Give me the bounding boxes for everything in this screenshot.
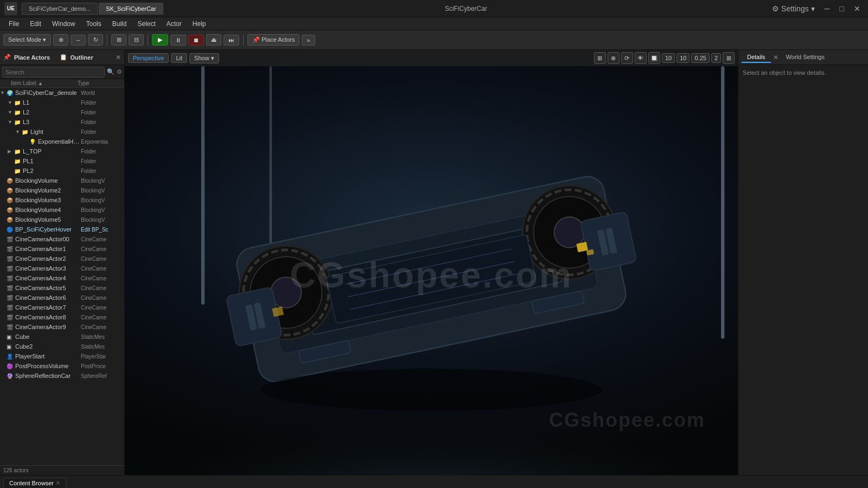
vp-move-icon[interactable]: ⊕ (608, 52, 620, 64)
menu-select[interactable]: Select (133, 19, 159, 29)
tree-row-8[interactable]: 📁 PL2 Folder (0, 166, 124, 176)
menu-help[interactable]: Help (188, 19, 210, 29)
content-browser-close[interactable]: ✕ (56, 480, 60, 486)
tree-row-postprocess[interactable]: 🟣PostProcessVolumePostProce (0, 361, 124, 371)
transform2-button[interactable]: ↔ (71, 35, 86, 46)
viewport[interactable]: Perspective Lit Show ▾ ⊞ ⊕ ⟳ 👁 🔲 10 10 0… (125, 50, 738, 475)
col-type: Type (78, 80, 121, 86)
label-0: SciFiCyberCar_demole (15, 89, 81, 96)
tree-row-cine4[interactable]: 🎬CineCameraActor4CineCame (0, 273, 124, 283)
tree-row-cine1[interactable]: 🎬CineCameraActor1CineCame (0, 244, 124, 254)
stop-button[interactable]: ⏹ (188, 35, 204, 46)
tree-row-cine7[interactable]: 🎬CineCameraActor7CineCame (0, 303, 124, 312)
tree-row-cine6[interactable]: 🎬CineCameraActor6CineCame (0, 293, 124, 303)
mode-btn1[interactable]: ⊞ (111, 34, 126, 46)
next-button[interactable]: ⏭ (224, 35, 239, 46)
mode-btn2[interactable]: ⊟ (129, 34, 144, 46)
label-1: L1 (23, 99, 81, 106)
tree-row-cine8[interactable]: 🎬CineCameraActor8CineCame (0, 312, 124, 322)
arrow-4: ▼ (15, 129, 22, 134)
svg-point-45 (261, 369, 602, 412)
vp-lit-button[interactable]: Lit (171, 53, 187, 63)
vp-frame-icon[interactable]: 🔲 (648, 52, 660, 64)
tree-row-6[interactable]: ▶ 📁 L_TOP Folder (0, 146, 124, 156)
menu-actor[interactable]: Actor (162, 19, 186, 29)
tree-row-2[interactable]: ▼ 📁 L2 Folder (0, 107, 124, 117)
menu-build[interactable]: Build (108, 19, 131, 29)
tree-row-sphere[interactable]: 🔮SphereReflectionCarSphereRef (0, 371, 124, 381)
close-button[interactable]: ✕ (851, 3, 864, 14)
tree-row-4[interactable]: ▼ 📁 Light Folder (0, 127, 124, 137)
outliner-close[interactable]: ✕ (116, 54, 121, 61)
tab-asset[interactable]: SK_SciFiCyberCar (99, 3, 163, 15)
tab-scene[interactable]: SciFiCyberCar_demo... (22, 3, 98, 15)
vp-rotate-icon[interactable]: ⟳ (621, 52, 633, 64)
outliner-header: 📌 Place Actors 📋 Outliner ✕ (0, 50, 124, 65)
content-browser-tab[interactable]: Content Browser ✕ (3, 478, 66, 489)
titlebar: UE SciFiCyberCar_demo... SK_SciFiCyberCa… (0, 0, 868, 17)
tree-row-12[interactable]: 📦BlockingVolume4BlockingV (0, 205, 124, 215)
menu-file[interactable]: File (4, 19, 23, 29)
details-content: Select an object to view details. (738, 65, 868, 475)
outliner-filter-icon[interactable]: ⚙ (117, 68, 122, 75)
tree-row-10[interactable]: 📦BlockingVolume2BlockingV (0, 185, 124, 195)
place-actors-button[interactable]: 📌 Place Actors (247, 34, 299, 46)
titlebar-left: UE SciFiCyberCar_demo... SK_SciFiCyberCa… (4, 2, 163, 15)
tree-row-11[interactable]: 📦BlockingVolume3BlockingV (0, 195, 124, 205)
icon-2: 📁 (14, 110, 23, 115)
tree-row-9[interactable]: 📦BlockingVolumeBlockingV (0, 176, 124, 185)
outliner-panel: 📌 Place Actors 📋 Outliner ✕ 🔍 ⚙ Item Lab… (0, 50, 125, 475)
tree-row-0[interactable]: ▼ 🌍 SciFiCyberCar_demole World (0, 88, 124, 98)
tree-row-cine3[interactable]: 🎬CineCameraActor3CineCame (0, 264, 124, 273)
pause-button[interactable]: ⏸ (170, 35, 186, 46)
outliner-tab[interactable]: Outliner (71, 54, 113, 61)
vp-scale-size[interactable]: 0.25 (691, 53, 709, 63)
transform-button[interactable]: ⊕ (53, 34, 68, 46)
menu-tools[interactable]: Tools (82, 19, 106, 29)
tree-row-cube[interactable]: ▣CubeStaticMes (0, 332, 124, 342)
menu-edit[interactable]: Edit (25, 19, 46, 29)
icon-1: 📁 (14, 100, 23, 106)
vp-layout-icon[interactable]: ⊞ (723, 52, 735, 64)
outliner-search-icon[interactable]: 🔍 (107, 68, 114, 75)
outliner-column-header: Item Label ▲ Type (0, 79, 124, 88)
vp-camera-speed[interactable]: 2 (711, 53, 721, 63)
tree-row-1[interactable]: ▼ 📁 L1 Folder (0, 98, 124, 107)
select-mode-button[interactable]: Select Mode ▾ (3, 34, 51, 46)
minimize-button[interactable]: ─ (821, 3, 833, 14)
vp-perspective-button[interactable]: Perspective (128, 53, 169, 63)
tree-row-cube2[interactable]: ▣Cube2StaticMes (0, 342, 124, 351)
place-actors-tab[interactable]: Place Actors (14, 54, 56, 61)
separator2 (148, 35, 148, 46)
menu-window[interactable]: Window (48, 19, 80, 29)
type-2: Folder (81, 110, 124, 115)
maximize-button[interactable]: □ (837, 3, 847, 14)
details-close[interactable]: ✕ (773, 54, 778, 61)
eject-button[interactable]: ⏏ (206, 34, 221, 46)
more-button[interactable]: » (302, 35, 315, 46)
tree-row-5[interactable]: 💡 ExponentialHeight Exponentia (0, 137, 124, 146)
transform3-button[interactable]: ↻ (88, 34, 103, 46)
vp-show-button[interactable]: Show ▾ (189, 53, 219, 63)
main-toolbar: Select Mode ▾ ⊕ ↔ ↻ ⊞ ⊟ ▶ ⏸ ⏹ ⏏ ⏭ 📌 Plac… (0, 30, 868, 50)
vp-view-icon[interactable]: 👁 (635, 52, 647, 64)
details-tab[interactable]: Details (742, 52, 771, 63)
tree-row-cine2[interactable]: 🎬CineCameraActor2CineCame (0, 254, 124, 264)
vp-grid-icon[interactable]: ⊞ (594, 52, 606, 64)
tree-row-cine0[interactable]: 🎬CineCameraActor00CineCame (0, 234, 124, 244)
tree-row-bp[interactable]: 🔵BP_SciFiCyberHoverEdit BP_Sc (0, 224, 124, 234)
type-1: Folder (81, 100, 124, 106)
viewport-toolbar: Perspective Lit Show ▾ ⊞ ⊕ ⟳ 👁 🔲 10 10 0… (125, 50, 738, 66)
tree-row-7[interactable]: 📁 PL1 Folder (0, 156, 124, 166)
settings-button[interactable]: ⚙ Settings ▾ (769, 3, 818, 14)
outliner-search-input[interactable] (2, 67, 105, 78)
world-settings-tab[interactable]: World Settings (781, 52, 830, 63)
tree-row-3[interactable]: ▼ 📁 L3 Folder (0, 117, 124, 127)
vp-grid-size[interactable]: 10 (662, 53, 675, 63)
tree-row-player[interactable]: 👤PlayerStartPlayerStar (0, 351, 124, 361)
play-button[interactable]: ▶ (152, 34, 168, 46)
tree-row-13[interactable]: 📦BlockingVolume5BlockingV (0, 215, 124, 224)
vp-rotation-size[interactable]: 10 (676, 53, 690, 63)
tree-row-cine5[interactable]: 🎬CineCameraActor5CineCame (0, 283, 124, 293)
tree-row-cine9[interactable]: 🎬CineCameraActor9CineCame (0, 322, 124, 332)
